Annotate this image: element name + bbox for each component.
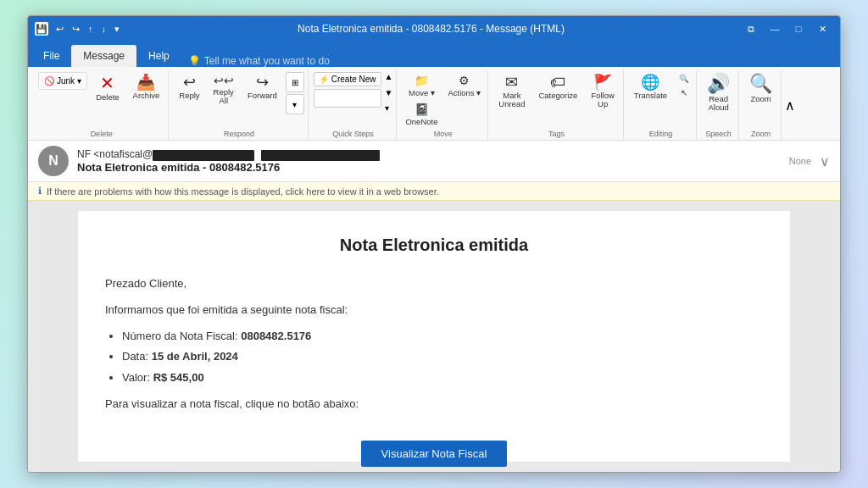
mark-unread-button[interactable]: ✉ MarkUnread	[493, 72, 530, 112]
archive-icon: 📥	[136, 75, 155, 90]
email-body: Nota Eletronica emitida Prezado Cliente,…	[78, 211, 790, 462]
ribbon-group-zoom: 🔍 Zoom Zoom	[741, 70, 782, 140]
categorize-icon: 🏷	[550, 75, 565, 90]
move-group-content: 📁 Move ▾ 📓 OneNote ⚙ Actions ▾	[402, 72, 484, 128]
archive-button[interactable]: 📥 Archive	[128, 72, 165, 103]
reply-all-label: ReplyAll	[214, 88, 234, 106]
tell-me-text: Tell me what you want to do	[204, 55, 330, 67]
ribbon: 🚫 Junk ▾ ✕ Delete 📥 Archive Delete ↩	[28, 67, 840, 141]
move-col: 📁 Move ▾ 📓 OneNote	[402, 72, 441, 128]
ribbon-group-delete: 🚫 Junk ▾ ✕ Delete 📥 Archive Delete	[35, 70, 169, 140]
item-value-numero: 0808482.5176	[241, 330, 311, 342]
ribbon-group-move: 📁 Move ▾ 📓 OneNote ⚙ Actions ▾ Move	[398, 70, 488, 140]
quicksteps-up[interactable]: ▲	[385, 72, 393, 81]
editing-group-label: Editing	[649, 130, 673, 138]
quicksteps-group-label: Quick Steps	[332, 130, 374, 138]
item-label-valor: Valor:	[122, 371, 150, 384]
mark-unread-label: MarkUnread	[498, 92, 525, 109]
restore-button[interactable]: ⧉	[740, 20, 762, 37]
translate-icon: 🌐	[641, 75, 659, 90]
speech-group-content: 🔊 ReadAloud	[702, 72, 735, 128]
translate-button[interactable]: 🌐 Translate	[629, 72, 672, 103]
quick-access-toolbar: ↩ ↪ ↑ ↓ ▾	[53, 23, 122, 36]
actions-button[interactable]: ⚙ Actions ▾	[444, 72, 484, 99]
ribbon-group-tags: ✉ MarkUnread 🏷 Categorize 🚩 FollowUp Tag…	[490, 70, 624, 140]
delete-button[interactable]: ✕ Delete	[91, 72, 124, 104]
email-redacted-1	[153, 150, 254, 161]
tab-message[interactable]: Message	[71, 45, 136, 67]
read-aloud-button[interactable]: 🔊 ReadAloud	[702, 72, 735, 115]
list-item-numero: Número da Nota Fiscal: 0808482.5176	[122, 328, 763, 346]
tags-group-content: ✉ MarkUnread 🏷 Categorize 🚩 FollowUp	[493, 72, 620, 128]
info-icon: ℹ	[38, 186, 42, 197]
close-button[interactable]: ✕	[811, 20, 833, 37]
quicksteps-list[interactable]	[314, 89, 381, 108]
onenote-button[interactable]: 📓 OneNote	[402, 101, 441, 128]
ribbon-group-editing: 🌐 Translate 🔍 ↖ Editing	[626, 70, 697, 140]
zoom-button[interactable]: 🔍 Zoom	[744, 72, 777, 106]
tell-me-bar[interactable]: 💡 Tell me what you want to do	[188, 55, 330, 67]
reply-label: Reply	[179, 92, 199, 100]
editing-small: 🔍 ↖	[676, 72, 693, 99]
lightning-icon: ⚡	[319, 75, 329, 84]
move-button[interactable]: 📁 Move ▾	[402, 72, 441, 99]
down-btn[interactable]: ↓	[99, 23, 109, 35]
junk-button[interactable]: 🚫 Junk ▾	[38, 72, 87, 90]
visualizar-button[interactable]: Visualizar Nota Fiscal	[361, 441, 508, 467]
more-respond-btn[interactable]: ⊞	[286, 72, 304, 92]
search-ribbon-btn[interactable]: 🔍	[676, 72, 693, 85]
minimize-button[interactable]: —	[764, 20, 786, 37]
editing-group-content: 🌐 Translate 🔍 ↖	[629, 72, 693, 128]
email-subject: Nota Eletronica emitida - 0808482.5176	[77, 161, 781, 174]
item-value-data: 15 de Abril, 2024	[152, 350, 238, 363]
forward-button[interactable]: ↪ Forward	[242, 72, 282, 103]
window-title: Nota Eletronica emitida - 0808482.5176 -…	[122, 23, 740, 35]
categorize-label: Categorize	[538, 92, 577, 100]
respond-dropdown-btn[interactable]: ▾	[286, 94, 304, 114]
reply-icon: ↩	[183, 75, 196, 90]
lightbulb-icon: 💡	[188, 55, 201, 67]
move-label: Move ▾	[409, 88, 435, 97]
archive-label: Archive	[133, 92, 160, 100]
speech-group-label: Speech	[705, 130, 732, 138]
junk-label: Junk	[57, 76, 75, 86]
ribbon-group-speech: 🔊 ReadAloud Speech	[698, 70, 739, 140]
email-flag: None	[789, 156, 811, 166]
search-icon: 🔍	[679, 74, 689, 83]
tab-help[interactable]: Help	[136, 45, 181, 67]
tab-file[interactable]: File	[31, 45, 71, 67]
follow-up-button[interactable]: 🚩 FollowUp	[586, 72, 619, 112]
categorize-button[interactable]: 🏷 Categorize	[533, 72, 582, 103]
item-value-valor: R$ 545,00	[153, 371, 204, 384]
expand-header-btn[interactable]: ∨	[820, 153, 830, 169]
list-item-data: Data: 15 de Abril, 2024	[122, 348, 763, 366]
quicksteps-down[interactable]: ▼	[385, 88, 393, 97]
email-items-list: Número da Nota Fiscal: 0808482.5176 Data…	[122, 328, 763, 387]
quicksteps-more[interactable]: ▾	[385, 103, 393, 113]
sender-name: NF <notafiscal@	[77, 148, 153, 160]
ribbon-expand-btn[interactable]: ∧	[783, 70, 797, 140]
move-group-label: Move	[434, 130, 453, 138]
up-btn[interactable]: ↑	[86, 23, 96, 35]
create-new-button[interactable]: ⚡ Create New	[314, 72, 381, 86]
move-icon: 📁	[415, 74, 429, 87]
zoom-group-label: Zoom	[751, 130, 771, 138]
respond-group-label: Respond	[224, 130, 254, 138]
tags-group-label: Tags	[548, 130, 565, 138]
respond-group-content: ↩ Reply ↩↩ ReplyAll ↪ Forward ⊞ ▾	[174, 72, 303, 128]
more-btn[interactable]: ▾	[112, 23, 122, 36]
actions-icon: ⚙	[459, 74, 470, 87]
quicksteps-scroll: ▲ ▼ ▾	[385, 72, 393, 113]
info-bar[interactable]: ℹ If there are problems with how this me…	[28, 182, 840, 201]
reply-button[interactable]: ↩ Reply	[174, 72, 204, 103]
cursor-btn[interactable]: ↖	[676, 86, 693, 99]
undo-btn[interactable]: ↩	[53, 23, 66, 36]
email-heading: Nota Eletronica emitida	[105, 231, 763, 258]
zoom-label: Zoom	[750, 95, 771, 103]
redo-btn[interactable]: ↪	[70, 23, 82, 36]
reply-all-button[interactable]: ↩↩ ReplyAll	[209, 72, 239, 108]
forward-icon: ↪	[256, 75, 269, 90]
maximize-button[interactable]: □	[787, 20, 810, 37]
junk-icon: 🚫	[44, 76, 54, 86]
onenote-label: OneNote	[405, 117, 437, 126]
